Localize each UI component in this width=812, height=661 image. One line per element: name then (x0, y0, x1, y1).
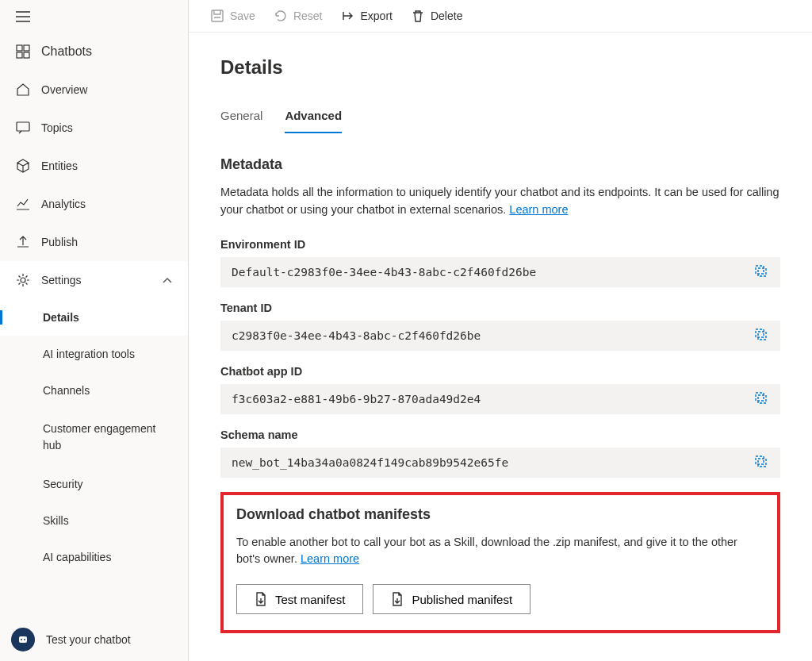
metadata-heading: Metadata (220, 156, 780, 173)
tab-advanced[interactable]: Advanced (285, 109, 342, 133)
svg-rect-9 (212, 10, 223, 21)
sidebar-item-entities[interactable]: Entities (0, 147, 188, 185)
metadata-description: Metadata holds all the information to un… (220, 184, 780, 219)
chevron-up-icon (163, 274, 172, 286)
sidebar-child-ai-caps[interactable]: AI capabilities (0, 539, 188, 575)
sidebar-label: Chatbots (41, 44, 92, 59)
schema-field: new_bot_14ba34a0a0824f149cab89b9542e65fe (220, 448, 780, 478)
tenant-id-value: c2983f0e-34ee-4b43-8abc-c2f460fd26be (232, 329, 481, 342)
app-id-label: Chatbot app ID (220, 365, 780, 378)
sidebar-label: Entities (41, 159, 78, 172)
cube-icon (16, 159, 30, 173)
svg-rect-2 (17, 52, 22, 58)
save-button: Save (211, 10, 255, 22)
sidebar-child-channels[interactable]: Channels (0, 372, 188, 409)
metadata-learn-more-link[interactable]: Learn more (509, 203, 568, 216)
sidebar-child-skills[interactable]: Skills (0, 502, 188, 539)
hamburger-menu[interactable] (0, 0, 188, 33)
tab-general[interactable]: General (220, 109, 262, 133)
chat-icon (16, 121, 30, 135)
grid-icon (16, 44, 30, 59)
svg-point-8 (24, 639, 25, 640)
sidebar-item-settings[interactable]: Settings (0, 261, 188, 299)
svg-rect-1 (24, 45, 29, 51)
sidebar: Chatbots Overview Topics Entities Analyt… (0, 0, 189, 661)
sidebar-item-publish[interactable]: Publish (0, 223, 188, 261)
copy-icon[interactable] (755, 329, 769, 343)
schema-value: new_bot_14ba34a0a0824f149cab89b9542e65fe (232, 456, 508, 469)
svg-rect-0 (17, 45, 22, 51)
manifest-learn-more-link[interactable]: Learn more (301, 552, 359, 565)
sidebar-child-details[interactable]: Details (0, 299, 188, 336)
svg-rect-10 (756, 266, 764, 274)
test-chatbot-button[interactable]: Test your chatbot (0, 618, 188, 661)
sidebar-label: Topics (41, 121, 73, 134)
app-id-field: f3c603a2-e881-49b6-9b27-870ada49d2e4 (220, 384, 780, 414)
env-id-label: Environment ID (220, 238, 780, 251)
sidebar-item-analytics[interactable]: Analytics (0, 185, 188, 223)
bot-icon (11, 628, 35, 651)
home-icon (16, 83, 30, 97)
test-chatbot-label: Test your chatbot (46, 633, 131, 646)
upload-icon (16, 235, 30, 249)
svg-point-7 (21, 639, 22, 640)
toolbar: Save Reset Export Delete (189, 0, 812, 33)
sidebar-item-topics[interactable]: Topics (0, 109, 188, 147)
svg-rect-4 (17, 122, 29, 131)
tenant-id-label: Tenant ID (220, 302, 780, 314)
sidebar-child-security[interactable]: Security (0, 466, 188, 502)
tabs: General Advanced (189, 79, 812, 134)
export-button[interactable]: Export (342, 10, 393, 22)
copy-icon[interactable] (755, 265, 769, 279)
sidebar-label: Settings (41, 274, 82, 286)
delete-button[interactable]: Delete (412, 10, 462, 22)
reset-button: Reset (274, 10, 323, 22)
env-id-field: Default-c2983f0e-34ee-4b43-8abc-c2f460fd… (220, 257, 780, 287)
svg-rect-13 (756, 456, 764, 464)
page-title: Details (189, 33, 812, 79)
test-manifest-button[interactable]: Test manifest (236, 584, 363, 614)
svg-rect-3 (24, 52, 29, 58)
sidebar-item-chatbots[interactable]: Chatbots (0, 33, 188, 71)
tenant-id-field: c2983f0e-34ee-4b43-8abc-c2f460fd26be (220, 321, 780, 351)
sidebar-label: Overview (41, 83, 87, 96)
published-manifest-button[interactable]: Published manifest (373, 584, 530, 614)
app-id-value: f3c603a2-e881-49b6-9b27-870ada49d2e4 (232, 393, 481, 405)
copy-icon[interactable] (755, 392, 769, 406)
svg-point-5 (21, 278, 25, 282)
manifest-heading: Download chatbot manifests (236, 506, 764, 523)
svg-rect-11 (756, 329, 764, 337)
sidebar-label: Analytics (41, 198, 86, 210)
gear-icon (16, 273, 30, 287)
sidebar-child-engagement[interactable]: Customer engagement hub (0, 409, 188, 466)
sidebar-label: Publish (41, 236, 78, 248)
chart-icon (16, 197, 30, 211)
manifest-highlight-box: Download chatbot manifests To enable ano… (220, 492, 780, 634)
copy-icon[interactable] (755, 455, 769, 470)
svg-rect-12 (756, 393, 764, 401)
manifest-description: To enable another bot to call your bot a… (236, 534, 764, 569)
svg-rect-6 (19, 636, 27, 643)
sidebar-item-overview[interactable]: Overview (0, 71, 188, 109)
schema-label: Schema name (220, 428, 780, 441)
main-content: Save Reset Export Delete Details General… (189, 0, 812, 661)
env-id-value: Default-c2983f0e-34ee-4b43-8abc-c2f460fd… (232, 266, 536, 279)
sidebar-child-ai-tools[interactable]: AI integration tools (0, 336, 188, 372)
